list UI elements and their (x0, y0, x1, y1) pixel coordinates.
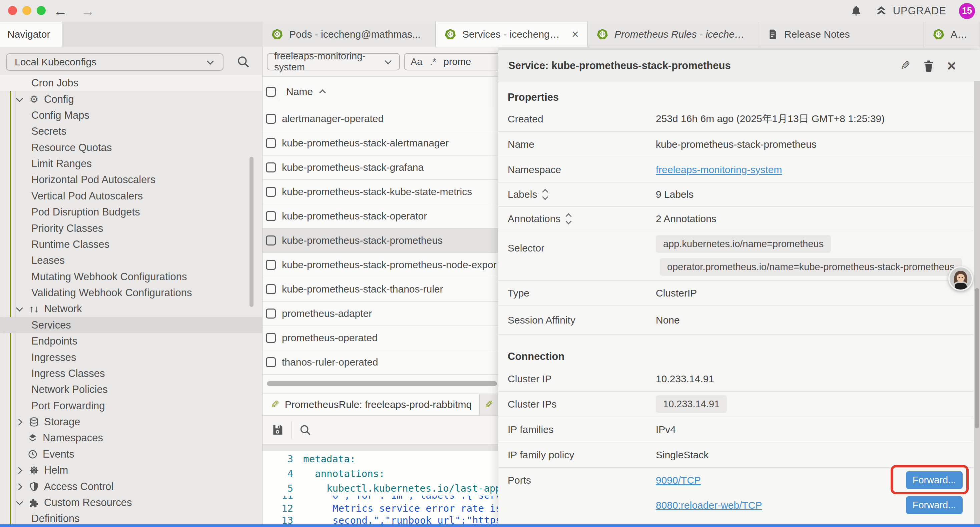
row-checkbox[interactable] (266, 309, 276, 318)
chevron-right-icon[interactable] (15, 482, 24, 491)
sidebar-item-horizontal-pod-autoscalers[interactable]: Horizontal Pod Autoscalers (0, 172, 262, 188)
sidebar-item-helm[interactable]: Helm (0, 462, 262, 478)
chevron-right-icon[interactable] (15, 466, 24, 474)
sidebar-search-icon[interactable] (236, 55, 250, 69)
sidebar-item-mutating-webhook-configurations[interactable]: Mutating Webhook Configurations (0, 269, 262, 285)
namespace-link[interactable]: freeleaps-monitoring-system (656, 164, 782, 175)
sidebar-item-events[interactable]: Events (0, 446, 262, 462)
yaml-link[interactable]: https://net (473, 514, 498, 525)
drawer-scrollbar-track[interactable] (974, 81, 980, 524)
row-checkbox[interactable] (266, 187, 276, 197)
sidebar-item-runtime-classes[interactable]: Runtime Classes (0, 236, 262, 253)
editor-tab-partial[interactable]: ✎ (480, 394, 498, 415)
bell-icon[interactable] (850, 5, 862, 17)
sidebar-item-pod-disruption-budgets[interactable]: Pod Disruption Budgets (0, 204, 262, 220)
row-checkbox[interactable] (266, 114, 276, 124)
table-row[interactable]: kube-prometheus-stack-alertmanager (262, 131, 498, 155)
selector-chip[interactable]: operator.prometheus.io/name=kube-prometh… (660, 258, 962, 276)
sort-ascending-icon[interactable] (320, 89, 326, 94)
table-row[interactable]: kube-prometheus-stack-thanos-ruler (262, 277, 498, 301)
upgrade-button[interactable]: UPGRADE (875, 5, 946, 18)
table-row[interactable]: thanos-ruler-operated (262, 350, 498, 374)
chevron-right-icon[interactable] (15, 417, 24, 426)
horizontal-scrollbar[interactable] (267, 381, 497, 386)
back-arrow-icon[interactable]: ← (53, 3, 67, 19)
namespace-selector[interactable]: freeleaps-monitoring-system (267, 53, 400, 70)
sidebar-item-network[interactable]: ↑↓Network (0, 301, 262, 317)
table-row[interactable]: prometheus-adapter (262, 301, 498, 326)
port-link[interactable]: 8080:reloader-web/TCP (656, 500, 762, 511)
sidebar-item-resource-quotas[interactable]: Resource Quotas (0, 140, 262, 156)
port-link[interactable]: 9090/TCP (656, 474, 701, 486)
kubeconfig-selector[interactable]: Local Kubeconfigs (6, 53, 223, 71)
assistant-avatar[interactable] (948, 266, 973, 291)
maximize-window-button[interactable] (37, 6, 46, 15)
sidebar-item-port-forwarding[interactable]: Port Forwarding (0, 398, 262, 414)
cluster-ip-chip[interactable]: 10.233.14.91 (656, 395, 727, 413)
select-all-checkbox[interactable] (266, 87, 276, 97)
sidebar-item-storage[interactable]: Storage (0, 414, 262, 430)
editor-search-icon[interactable] (299, 424, 312, 436)
tab-prometheus-rules[interactable]: Prometheus Rules - icecheng... (588, 22, 758, 47)
table-row[interactable]: alertmanager-operated (262, 107, 498, 131)
table-row[interactable]: kube-prometheus-stack-operator (262, 204, 498, 228)
sidebar-item-config[interactable]: ⚙Config (0, 91, 262, 107)
table-row[interactable]: kube-prometheus-stack-kube-state-metrics (262, 180, 498, 204)
sidebar-item-secrets[interactable]: Secrets (0, 123, 262, 139)
sidebar-item-cron-jobs[interactable]: Cron Jobs (0, 75, 262, 91)
row-checkbox[interactable] (266, 260, 276, 270)
close-tab-icon[interactable]: × (572, 27, 579, 41)
delete-trash-icon[interactable] (923, 59, 934, 72)
selector-chip[interactable]: app.kubernetes.io/name=prometheus (656, 235, 831, 253)
sidebar-item-priority-classes[interactable]: Priority Classes (0, 220, 262, 236)
sidebar-item-validating-webhook-configurations[interactable]: Validating Webhook Configurations (0, 285, 262, 301)
sidebar-item-custom-resources[interactable]: Custom Resources (0, 495, 262, 511)
forward-button[interactable]: Forward... (906, 471, 963, 489)
row-checkbox[interactable] (266, 211, 276, 221)
sidebar-item-limit-ranges[interactable]: Limit Ranges (0, 156, 262, 172)
sidebar-scrollbar[interactable] (250, 157, 253, 307)
tab-pods[interactable]: Pods - icecheng@mathmas... (262, 22, 436, 47)
name-column-header[interactable]: Name (286, 86, 313, 97)
sidebar-item-leases[interactable]: Leases (0, 253, 262, 269)
property-value[interactable]: 2 Annotations (656, 213, 716, 224)
row-checkbox[interactable] (266, 284, 276, 294)
row-checkbox[interactable] (266, 236, 276, 245)
close-window-button[interactable] (8, 6, 17, 15)
editor-tab-prometheusrule[interactable]: ✎ PrometheusRule: freeleaps-prod-rabbitm… (262, 394, 480, 415)
yaml-editor[interactable]: 3metadata: 4annotations: 5kubectl.kubern… (262, 451, 498, 524)
tab-argo[interactable]: Argo Se (924, 22, 978, 47)
table-row[interactable]: kube-prometheus-stack-prometheus-node-ex… (262, 253, 498, 277)
tab-release-notes[interactable]: Release Notes (758, 22, 924, 47)
close-icon[interactable]: × (947, 58, 956, 73)
regex-toggle[interactable]: .* (430, 56, 436, 67)
row-checkbox[interactable] (266, 138, 276, 148)
sidebar-item-access-control[interactable]: Access Control (0, 478, 262, 494)
forward-arrow-icon[interactable]: → (81, 3, 95, 19)
resource-search-input[interactable]: Aa .* prome (404, 53, 498, 70)
forward-button[interactable]: Forward... (906, 496, 963, 514)
navigator-panel-tab[interactable]: Navigator (0, 22, 62, 47)
chevron-down-icon[interactable] (15, 304, 24, 313)
sidebar-item-vertical-pod-autoscalers[interactable]: Vertical Pod Autoscalers (0, 188, 262, 204)
sidebar-item-ingresses[interactable]: Ingresses (0, 349, 262, 365)
chevron-down-icon[interactable] (15, 95, 24, 104)
row-checkbox[interactable] (266, 357, 276, 367)
table-row-selected[interactable]: kube-prometheus-stack-prometheus (262, 228, 498, 253)
notification-badge[interactable]: 15 (959, 3, 975, 19)
sidebar-item-services[interactable]: Services (0, 317, 262, 333)
sidebar-item-config-maps[interactable]: Config Maps (0, 107, 262, 123)
row-checkbox[interactable] (266, 333, 276, 343)
edit-icon[interactable]: ✎ (900, 59, 910, 73)
minimize-window-button[interactable] (22, 6, 31, 15)
property-value[interactable]: 9 Labels (656, 189, 694, 200)
sidebar-item-network-policies[interactable]: Network Policies (0, 382, 262, 398)
tab-services[interactable]: Services - icecheng@math... × (436, 22, 588, 47)
chevron-down-icon[interactable] (15, 498, 24, 507)
sidebar-item-ingress-classes[interactable]: Ingress Classes (0, 366, 262, 382)
match-case-toggle[interactable]: Aa (410, 56, 422, 67)
save-icon[interactable] (271, 424, 284, 436)
sidebar-item-namespaces[interactable]: Namespaces (0, 430, 262, 446)
expand-collapse-icon[interactable] (565, 213, 573, 225)
drawer-scrollbar-thumb[interactable] (975, 288, 979, 428)
